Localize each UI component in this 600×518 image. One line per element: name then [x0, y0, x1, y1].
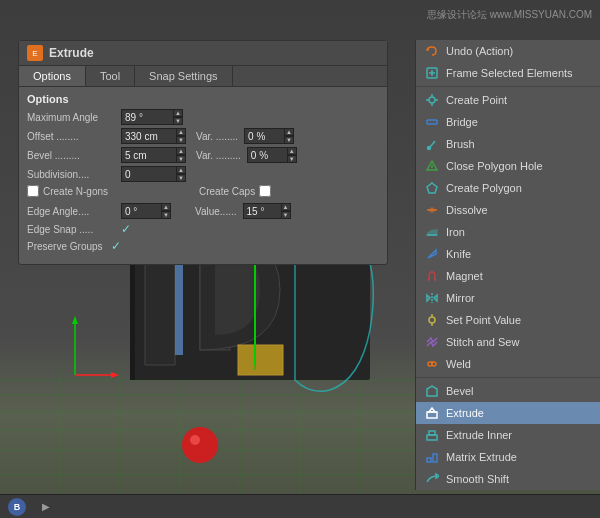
tab-options[interactable]: Options [19, 66, 86, 86]
tool-weld-label: Weld [446, 358, 471, 370]
tool-weld[interactable]: Weld [416, 353, 600, 375]
edge-angle-input[interactable] [121, 203, 161, 219]
bottom-bar: B ▶ [0, 494, 600, 518]
value-label: Value...... [195, 206, 237, 217]
tool-matrix-extrude-label: Matrix Extrude [446, 451, 517, 463]
tool-iron[interactable]: Iron [416, 221, 600, 243]
tool-smooth-shift-label: Smooth Shift [446, 473, 509, 485]
caps-checkbox[interactable] [259, 185, 271, 197]
value-spin-up[interactable]: ▲ [281, 203, 291, 211]
brush-icon [424, 136, 440, 152]
tool-set-point-value[interactable]: Set Point Value [416, 309, 600, 331]
bottom-status: ▶ [42, 501, 50, 512]
panel-body: Options Maximum Angle ▲ ▼ Offset .......… [19, 87, 387, 264]
svg-point-49 [430, 208, 434, 212]
tool-create-polygon-label: Create Polygon [446, 182, 522, 194]
value-spin-down[interactable]: ▼ [281, 211, 291, 219]
tool-create-polygon[interactable]: Create Polygon [416, 177, 600, 199]
max-angle-spin-up[interactable]: ▲ [173, 109, 183, 117]
edge-angle-spin: ▲ ▼ [161, 203, 171, 219]
tool-frame-selected[interactable]: Frame Selected Elements [416, 62, 600, 84]
extrude-icon [424, 405, 440, 421]
edge-angle-spin-up[interactable]: ▲ [161, 203, 171, 211]
bevel-icon [424, 383, 440, 399]
var2-spin-up[interactable]: ▲ [287, 147, 297, 155]
offset-input-group: ▲ ▼ [121, 128, 186, 144]
svg-marker-62 [427, 386, 437, 396]
subdivision-spin: ▲ ▼ [176, 166, 186, 182]
knife-icon [424, 246, 440, 262]
svg-rect-63 [427, 412, 437, 418]
ngons-checkbox[interactable] [27, 185, 39, 197]
tool-dissolve[interactable]: Dissolve [416, 199, 600, 221]
offset-input[interactable] [121, 128, 176, 144]
var1-label: Var. ........ [196, 131, 238, 142]
max-angle-input[interactable] [121, 109, 173, 125]
panel-title: Extrude [49, 46, 94, 60]
tool-stitch-and-sew[interactable]: Stitch and Sew [416, 331, 600, 353]
var2-spin-down[interactable]: ▼ [287, 155, 297, 163]
panel-icon: E [27, 45, 43, 61]
tool-bevel-label: Bevel [446, 385, 474, 397]
var1-spin-down[interactable]: ▼ [284, 136, 294, 144]
tool-mirror[interactable]: Mirror [416, 287, 600, 309]
tool-knife-label: Knife [446, 248, 471, 260]
tool-dissolve-label: Dissolve [446, 204, 488, 216]
var2-label: Var. ......... [196, 150, 241, 161]
create-polygon-icon [424, 180, 440, 196]
var2-spin: ▲ ▼ [287, 147, 297, 163]
var1-spin-up[interactable]: ▲ [284, 128, 294, 136]
tab-snap-settings[interactable]: Snap Settings [135, 66, 233, 86]
undo-icon [424, 43, 440, 59]
bevel-input[interactable] [121, 147, 176, 163]
tool-create-point[interactable]: Create Point [416, 89, 600, 111]
bevel-spin: ▲ ▼ [176, 147, 186, 163]
svg-marker-47 [427, 183, 437, 193]
subdivision-spin-up[interactable]: ▲ [176, 166, 186, 174]
frame-icon [424, 65, 440, 81]
tool-close-polygon-hole[interactable]: Close Polygon Hole [416, 155, 600, 177]
edge-angle-spin-down[interactable]: ▼ [161, 211, 171, 219]
tab-tool[interactable]: Tool [86, 66, 135, 86]
tool-bevel[interactable]: Bevel [416, 380, 600, 402]
tool-magnet[interactable]: Magnet [416, 265, 600, 287]
bevel-input-group: ▲ ▼ [121, 147, 186, 163]
svg-rect-24 [238, 345, 283, 375]
svg-point-56 [429, 317, 435, 323]
var2-input[interactable] [247, 147, 287, 163]
tool-undo[interactable]: Undo (Action) [416, 40, 600, 62]
tool-panel: Undo (Action) Frame Selected Elements Cr… [415, 40, 600, 490]
panel-title-bar: E Extrude [19, 41, 387, 66]
max-angle-label: Maximum Angle [27, 112, 117, 123]
options-panel: E Extrude Options Tool Snap Settings Opt… [18, 40, 388, 265]
offset-spin-down[interactable]: ▼ [176, 136, 186, 144]
tab-bar: Options Tool Snap Settings [19, 66, 387, 87]
bevel-spin-down[interactable]: ▼ [176, 155, 186, 163]
tool-matrix-extrude[interactable]: Matrix Extrude [416, 446, 600, 468]
bridge-icon [424, 114, 440, 130]
subdivision-spin-down[interactable]: ▼ [176, 174, 186, 182]
subdivision-input[interactable] [121, 166, 176, 182]
ngons-label: Create N-gons [43, 186, 108, 197]
var1-spin: ▲ ▼ [284, 128, 294, 144]
max-angle-spin: ▲ ▼ [173, 109, 183, 125]
tool-extrude[interactable]: Extrude [416, 402, 600, 424]
matrix-extrude-icon [424, 449, 440, 465]
offset-spin-up[interactable]: ▲ [176, 128, 186, 136]
offset-row: Offset ........ ▲ ▼ Var. ........ ▲ ▼ [27, 128, 379, 144]
magnet-icon [424, 268, 440, 284]
tool-iron-label: Iron [446, 226, 465, 238]
tool-bridge[interactable]: Bridge [416, 111, 600, 133]
caps-checkbox-row: Create Caps [199, 185, 271, 197]
bevel-spin-up[interactable]: ▲ [176, 147, 186, 155]
tool-smooth-shift[interactable]: Smooth Shift [416, 468, 600, 490]
max-angle-spin-down[interactable]: ▼ [173, 117, 183, 125]
tool-brush[interactable]: Brush [416, 133, 600, 155]
tool-knife[interactable]: Knife [416, 243, 600, 265]
edge-angle-row: Edge Angle.... ▲ ▼ Value...... ▲ ▼ [27, 203, 379, 219]
set-point-value-icon [424, 312, 440, 328]
var1-input[interactable] [244, 128, 284, 144]
tool-extrude-inner[interactable]: Extrude Inner [416, 424, 600, 446]
tool-set-point-label: Set Point Value [446, 314, 521, 326]
value-input[interactable] [243, 203, 281, 219]
